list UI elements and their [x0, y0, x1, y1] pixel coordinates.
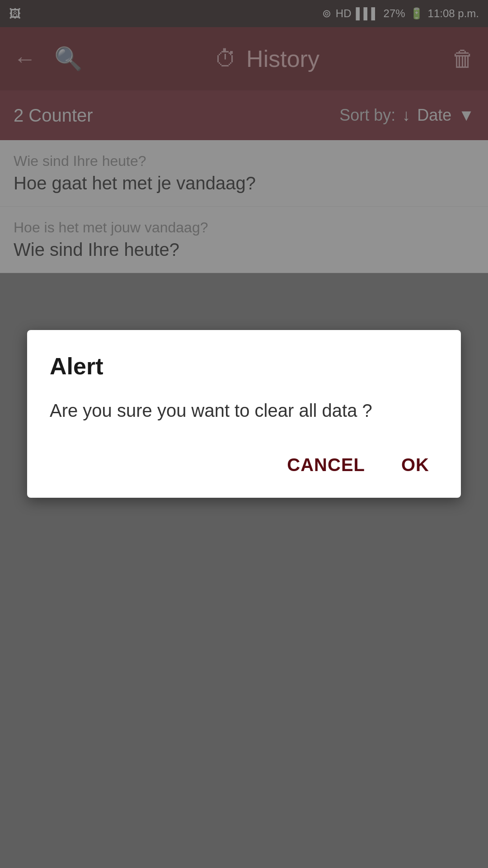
- dialog-message: Are you sure you want to clear all data …: [50, 398, 438, 423]
- ok-button[interactable]: OK: [392, 450, 438, 480]
- dialog-title: Alert: [50, 353, 438, 380]
- cancel-button[interactable]: CANCEL: [278, 450, 374, 480]
- dialog-actions: CANCEL OK: [50, 450, 438, 480]
- alert-dialog: Alert Are you sure you want to clear all…: [27, 330, 461, 498]
